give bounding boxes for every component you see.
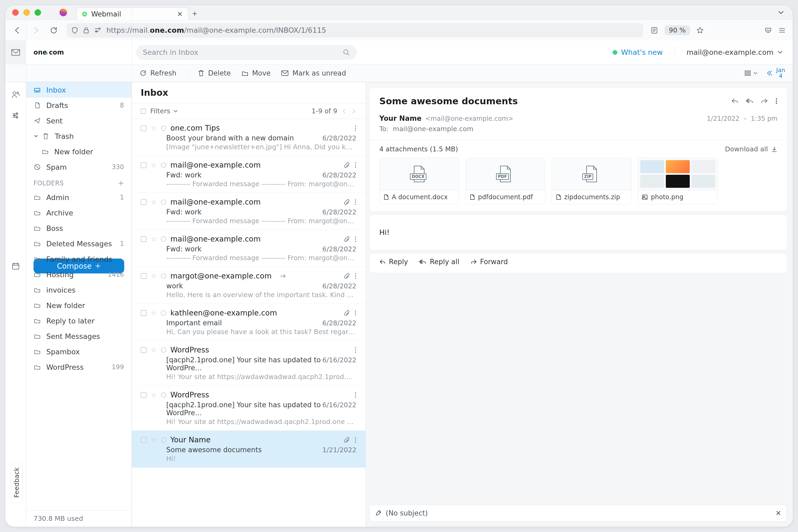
select-all-checkbox[interactable] (141, 109, 146, 114)
forward-button[interactable]: Forward (471, 258, 508, 266)
whats-new-link[interactable]: What's new (613, 48, 663, 56)
refresh-button[interactable]: Refresh (140, 69, 176, 77)
star-icon[interactable]: ☆ (151, 162, 157, 169)
message-row[interactable]: ☆WordPress[qacph2.1prod.one] Your site h… (132, 386, 365, 431)
message-row[interactable]: ☆mail@one-example.comFwd: work6/28/2022-… (132, 230, 365, 267)
row-menu-icon[interactable] (355, 347, 357, 353)
row-checkbox[interactable] (141, 347, 147, 353)
read-status-icon[interactable] (161, 437, 166, 443)
message-row[interactable]: ☆one.com TipsBoost your brand with a new… (132, 119, 365, 156)
search-input[interactable]: Search in Inbox (136, 45, 357, 60)
forward-icon[interactable] (761, 98, 768, 104)
page-next-button[interactable] (351, 108, 357, 114)
delete-button[interactable]: Delete (198, 69, 231, 77)
star-icon[interactable]: ☆ (151, 309, 157, 317)
sidebar-item-sent[interactable]: Sent (26, 113, 131, 129)
message-row[interactable]: ☆margot@one-example.comwork6/28/2022Hell… (132, 267, 365, 304)
message-row[interactable]: ☆kathleen@one-example.comImportant email… (132, 304, 365, 341)
attachment[interactable]: photo.png (638, 158, 718, 204)
read-status-icon[interactable] (161, 236, 166, 242)
sidebar-folder-spambox[interactable]: Spambox (26, 344, 131, 359)
row-menu-icon[interactable] (355, 392, 357, 398)
sidebar-folder-admin[interactable]: Admin1 (26, 190, 131, 205)
search-icon[interactable] (343, 49, 350, 56)
download-all-button[interactable]: Download all (725, 145, 778, 153)
row-checkbox[interactable] (141, 273, 147, 279)
add-folder-button[interactable] (118, 180, 124, 186)
feedback-tab[interactable]: Feedback (11, 462, 23, 503)
row-checkbox[interactable] (141, 125, 147, 131)
sidebar-folder-new-folder[interactable]: New folder (26, 298, 131, 313)
read-status-icon[interactable] (161, 347, 166, 353)
star-icon[interactable]: ☆ (151, 198, 157, 206)
sidebar-item-spam[interactable]: Spam330 (26, 159, 131, 175)
row-checkbox[interactable] (141, 437, 147, 443)
layout-toggle[interactable] (745, 71, 758, 76)
row-checkbox[interactable] (141, 392, 147, 398)
url-bar[interactable]: https://mail.one.com/mail@one-example.co… (66, 23, 643, 38)
sidebar-folder-invoices[interactable]: invoices (26, 282, 131, 298)
star-icon[interactable]: ☆ (151, 346, 157, 354)
star-icon[interactable]: ☆ (151, 436, 157, 444)
sidebar-folder-reply-to-later[interactable]: Reply to later (26, 313, 131, 328)
row-checkbox[interactable] (141, 162, 147, 168)
attachment[interactable]: DOCXA document.docx (379, 158, 459, 204)
calendar-icon[interactable] (12, 262, 20, 270)
sidebar-folder-boss[interactable]: Boss (26, 221, 131, 236)
filters-button[interactable]: Filters (150, 107, 178, 115)
menu-icon[interactable] (778, 26, 786, 34)
attachment[interactable]: ZIPzipdocuments.zip (552, 158, 631, 204)
sidebar-item-drafts[interactable]: Drafts8 (26, 98, 131, 113)
row-menu-icon[interactable] (355, 310, 357, 316)
mark-unread-button[interactable]: Mark as unread (281, 69, 346, 77)
minimized-draft[interactable]: (No subject) ✕ (369, 505, 787, 521)
bookmark-icon[interactable] (697, 26, 704, 34)
star-icon[interactable]: ☆ (151, 235, 157, 243)
star-icon[interactable]: ☆ (151, 125, 157, 132)
read-status-icon[interactable] (161, 126, 166, 131)
reply-button[interactable]: Reply (379, 258, 408, 266)
zoom-level[interactable]: 90 % (664, 25, 690, 35)
read-status-icon[interactable] (161, 200, 166, 205)
read-status-icon[interactable] (161, 392, 166, 398)
row-checkbox[interactable] (141, 199, 147, 205)
read-status-icon[interactable] (161, 310, 166, 316)
move-button[interactable]: Move (242, 69, 271, 77)
reply-all-button[interactable]: Reply all (419, 258, 459, 266)
star-icon[interactable]: ☆ (151, 272, 157, 280)
sidebar-item-new-folder[interactable]: New folder (26, 144, 131, 159)
message-row[interactable]: ☆mail@one-example.comFwd: work6/28/2022-… (132, 193, 365, 230)
date-jump[interactable]: Jan4 (766, 67, 785, 79)
sidebar-folder-sent-messages[interactable]: Sent Messages (26, 328, 131, 344)
new-tab-button[interactable]: ＋ (188, 7, 201, 20)
row-menu-icon[interactable] (355, 273, 357, 279)
message-row[interactable]: ☆Your NameSome awesome documents1/21/202… (132, 431, 365, 468)
chevron-down-icon[interactable] (34, 134, 38, 138)
sidebar-folder-archive[interactable]: Archive (26, 205, 131, 221)
sidebar-item-trash[interactable]: Trash (26, 129, 131, 144)
more-icon[interactable] (775, 98, 778, 104)
message-row[interactable]: ☆WordPress[qacph2.1prod.one] Your site h… (132, 341, 365, 386)
message-row[interactable]: ☆mail@one-example.comFwd: work6/28/2022-… (132, 156, 365, 193)
row-menu-icon[interactable] (355, 437, 357, 443)
sidebar-folder-deleted-messages[interactable]: Deleted Messages1 (26, 236, 131, 251)
row-menu-icon[interactable] (355, 125, 357, 131)
row-menu-icon[interactable] (355, 162, 357, 168)
sidebar-folder-hosting[interactable]: Hosting1416 (26, 267, 131, 282)
tabs-overflow-button[interactable] (775, 6, 787, 19)
close-draft-icon[interactable]: ✕ (775, 509, 781, 517)
reply-icon[interactable] (731, 98, 738, 104)
row-checkbox[interactable] (141, 236, 147, 242)
sidebar-item-inbox[interactable]: Inbox (26, 82, 131, 98)
sidebar-folder-wordpress[interactable]: WordPress199 (26, 359, 131, 375)
pocket-icon[interactable] (764, 26, 772, 34)
attachment[interactable]: PDFpdfdocument.pdf (466, 158, 545, 204)
star-icon[interactable]: ☆ (151, 391, 157, 399)
close-tab-icon[interactable]: ✕ (177, 10, 183, 18)
account-switcher[interactable]: mail@one-example.com (687, 48, 783, 56)
row-menu-icon[interactable] (355, 199, 357, 205)
sidebar-folder-family-and-friends[interactable]: Family and friends (26, 251, 131, 267)
page-prev-button[interactable] (342, 108, 347, 114)
read-status-icon[interactable] (161, 273, 166, 279)
reply-all-icon[interactable] (746, 98, 754, 104)
